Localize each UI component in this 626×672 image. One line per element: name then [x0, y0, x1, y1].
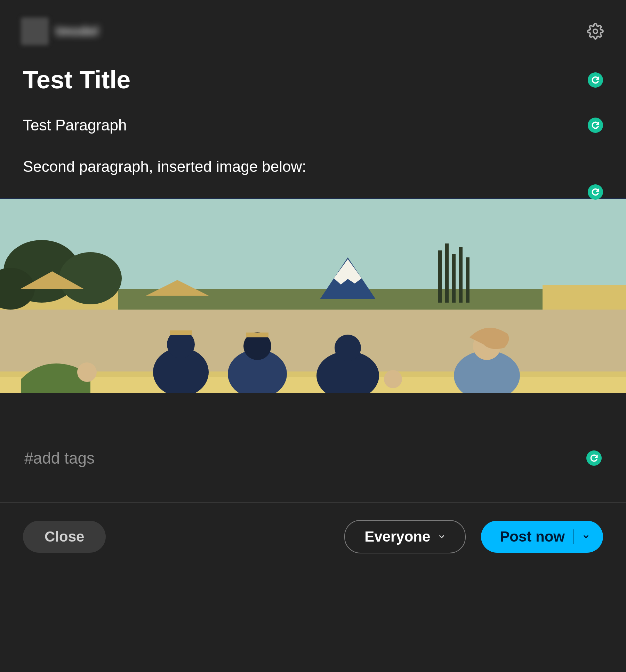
tags-input[interactable]: #add tags: [24, 449, 95, 467]
post-title[interactable]: Test Title: [23, 66, 130, 94]
grammarly-badge[interactable]: [588, 118, 603, 133]
composer-body: Test Title Test Paragraph Second paragra…: [0, 52, 626, 177]
post-button-separator: [573, 529, 574, 544]
chevron-down-icon: [438, 533, 446, 541]
gear-icon: [587, 23, 604, 40]
footer-right-group: Everyone Post now: [344, 520, 603, 553]
composer-header: tmodel: [0, 0, 626, 52]
svg-point-9: [59, 252, 122, 304]
post-now-button[interactable]: Post now: [481, 521, 603, 553]
svg-point-29: [384, 370, 402, 388]
grammarly-g-icon: [591, 75, 600, 85]
grammarly-g-icon: [589, 453, 599, 463]
svg-rect-14: [459, 247, 463, 303]
svg-rect-15: [466, 257, 470, 303]
grammarly-g-icon: [591, 187, 600, 197]
paragraph-row-2: Second paragraph, inserted image below:: [23, 157, 603, 176]
svg-rect-23: [170, 330, 192, 335]
svg-rect-5: [543, 285, 626, 310]
tags-row: #add tags: [0, 435, 626, 481]
audience-selector[interactable]: Everyone: [344, 520, 466, 553]
svg-point-0: [593, 29, 597, 33]
ukiyo-e-illustration: [0, 198, 626, 393]
grammarly-g-icon: [591, 120, 600, 130]
username-label: tmodel: [56, 24, 99, 39]
avatar: [21, 17, 49, 45]
post-label: Post now: [500, 528, 565, 545]
chevron-down-icon[interactable]: [582, 533, 590, 541]
svg-rect-12: [445, 243, 449, 303]
post-paragraph-2[interactable]: Second paragraph, inserted image below:: [23, 157, 603, 176]
svg-point-20: [77, 362, 97, 382]
svg-rect-32: [0, 198, 626, 199]
svg-rect-19: [0, 377, 626, 393]
settings-button[interactable]: [586, 22, 605, 41]
svg-rect-26: [246, 333, 268, 337]
grammarly-badge[interactable]: [588, 72, 603, 88]
blog-identity[interactable]: tmodel: [21, 17, 99, 45]
grammarly-badge[interactable]: [586, 450, 602, 466]
inserted-image[interactable]: [0, 198, 626, 393]
close-button[interactable]: Close: [23, 521, 106, 553]
composer-footer: Close Everyone Post now: [0, 503, 626, 571]
svg-rect-13: [452, 254, 456, 303]
svg-rect-11: [438, 250, 442, 303]
audience-label: Everyone: [364, 528, 430, 545]
grammarly-badge[interactable]: [588, 184, 603, 200]
title-row: Test Title: [23, 66, 603, 94]
post-paragraph-1[interactable]: Test Paragraph: [23, 115, 127, 135]
paragraph-row-1: Test Paragraph: [23, 115, 603, 135]
svg-point-28: [335, 335, 361, 361]
